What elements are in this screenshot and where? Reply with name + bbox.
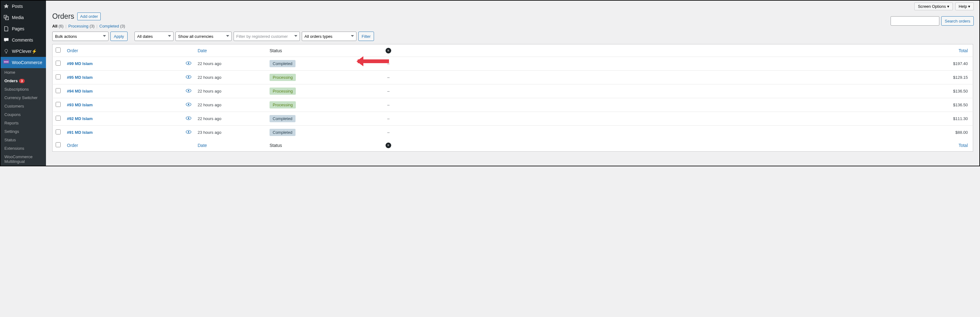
submenu-item-reports[interactable]: Reports: [1, 119, 46, 127]
search-orders-input[interactable]: [891, 16, 939, 25]
sidebar-item-pages[interactable]: Pages: [1, 23, 46, 34]
pin-icon: [3, 3, 10, 10]
eye-icon[interactable]: [186, 75, 191, 80]
eye-icon[interactable]: [186, 130, 191, 135]
apply-button[interactable]: Apply: [110, 32, 127, 41]
orders-table: Order Date Status ≡ Total #99 MD Islam22…: [52, 44, 973, 151]
submenu-item-woocommerce-multilingual[interactable]: WooCommerce Multilingual: [1, 153, 46, 166]
wpml-cell: –: [382, 84, 395, 98]
status-badge: Processing: [270, 74, 296, 81]
submenu-item-status[interactable]: Status: [1, 136, 46, 144]
submenu-item-extensions[interactable]: Extensions: [1, 144, 46, 153]
order-link[interactable]: #91 MD Islam: [67, 130, 92, 135]
add-order-button[interactable]: Add order: [77, 13, 101, 20]
svg-point-4: [188, 62, 189, 64]
status-badge: Completed: [270, 115, 296, 122]
column-date-footer[interactable]: Date: [197, 143, 207, 148]
order-date: 23 hours ago: [194, 126, 266, 139]
svg-point-12: [188, 118, 189, 119]
pages-icon: [3, 25, 10, 32]
order-date: 22 hours ago: [194, 57, 266, 71]
sidebar-item-comments[interactable]: Comments: [1, 34, 46, 46]
order-date: 22 hours ago: [194, 84, 266, 98]
column-order[interactable]: Order: [67, 48, 78, 53]
row-checkbox[interactable]: [56, 75, 60, 80]
admin-sidebar: PostsMediaPagesCommentsWPClever⚡wooWooCo…: [1, 1, 46, 166]
sidebar-item-label: Media: [12, 15, 24, 20]
dates-filter-select[interactable]: All dates: [134, 32, 173, 41]
column-order-footer[interactable]: Order: [67, 143, 78, 148]
submenu-item-settings[interactable]: Settings: [1, 127, 46, 136]
sidebar-item-label: WooCommerce: [12, 60, 42, 65]
submenu-item-currency-switcher[interactable]: Currency Switcher: [1, 94, 46, 102]
table-row[interactable]: #94 MD Islam22 hours agoProcessing–$136.…: [52, 84, 973, 98]
currencies-filter-select[interactable]: Show all currencies: [175, 32, 232, 41]
column-total-footer[interactable]: Total: [958, 143, 968, 148]
page-title: Orders: [52, 12, 74, 21]
wpml-cell: –: [382, 126, 395, 139]
eye-icon[interactable]: [186, 61, 191, 66]
sidebar-item-media[interactable]: Media: [1, 12, 46, 23]
order-link[interactable]: #94 MD Islam: [67, 89, 92, 94]
row-checkbox[interactable]: [56, 88, 60, 93]
select-all-checkbox-footer[interactable]: [56, 142, 60, 147]
order-total: $129.15: [395, 71, 973, 84]
customer-filter-select[interactable]: Filter by registered customer: [234, 32, 300, 41]
column-date[interactable]: Date: [197, 48, 207, 53]
column-status: Status: [270, 48, 282, 53]
svg-point-10: [188, 104, 189, 105]
table-row[interactable]: #92 MD Islam22 hours agoCompleted–$111.3…: [52, 112, 973, 126]
filter-all[interactable]: All: [52, 24, 57, 29]
table-row[interactable]: #93 MD Islam22 hours agoProcessing–$136.…: [52, 98, 973, 112]
submenu-item-home[interactable]: Home: [1, 68, 46, 76]
order-link[interactable]: #92 MD Islam: [67, 116, 92, 121]
woocommerce-submenu: HomeOrders3SubscriptionsCurrency Switche…: [1, 68, 46, 166]
order-total: $111.30: [395, 112, 973, 126]
order-date: 22 hours ago: [194, 112, 266, 126]
status-badge: Completed: [270, 129, 296, 136]
bulb-icon: [3, 48, 10, 54]
column-total[interactable]: Total: [958, 48, 968, 53]
svg-point-8: [188, 90, 189, 92]
submenu-item-coupons[interactable]: Coupons: [1, 110, 46, 119]
status-filter-links: All (6) | Processing (3) | Completed (3): [46, 24, 979, 32]
filter-button[interactable]: Filter: [358, 32, 374, 41]
wpml-cell: –: [382, 98, 395, 112]
row-checkbox[interactable]: [56, 129, 60, 134]
sidebar-item-posts[interactable]: Posts: [1, 1, 46, 12]
sidebar-item-label: Posts: [12, 4, 23, 9]
screen-options-button[interactable]: Screen Options ▾: [914, 3, 953, 10]
eye-icon[interactable]: [186, 102, 191, 107]
eye-icon[interactable]: [186, 89, 191, 94]
status-badge: Processing: [270, 101, 296, 108]
woo-icon: woo: [3, 59, 10, 66]
select-all-checkbox[interactable]: [56, 48, 60, 53]
help-button[interactable]: Help ▾: [955, 3, 974, 10]
column-status-footer: Status: [270, 143, 282, 148]
order-link[interactable]: #93 MD Islam: [67, 102, 92, 107]
eye-icon[interactable]: [186, 116, 191, 121]
filter-processing[interactable]: Processing: [68, 24, 89, 29]
media-icon: [3, 14, 10, 21]
order-total: $197.40: [395, 57, 973, 71]
table-row[interactable]: #95 MD Islam22 hours agoProcessing–$129.…: [52, 71, 973, 84]
submenu-item-customers[interactable]: Customers: [1, 102, 46, 110]
order-link[interactable]: #95 MD Islam: [67, 75, 92, 80]
svg-point-0: [5, 49, 8, 52]
order-link[interactable]: #99 MD Islam: [67, 61, 92, 66]
main-content: Screen Options ▾ Help ▾ Orders Add order…: [46, 1, 979, 166]
bulk-actions-select[interactable]: Bulk actions: [52, 32, 108, 41]
sidebar-item-wpclever-[interactable]: WPClever⚡: [1, 46, 46, 57]
submenu-item-subscriptions[interactable]: Subscriptions: [1, 85, 46, 94]
filter-completed[interactable]: Completed: [99, 24, 119, 29]
sidebar-item-woocommerce[interactable]: wooWooCommerce: [1, 57, 46, 68]
table-row[interactable]: #99 MD Islam22 hours agoCompleted–$197.4…: [52, 57, 973, 71]
row-checkbox[interactable]: [56, 102, 60, 107]
row-checkbox[interactable]: [56, 61, 60, 66]
search-orders-button[interactable]: Search orders: [941, 16, 974, 25]
submenu-item-orders[interactable]: Orders3: [1, 76, 46, 85]
table-row[interactable]: #91 MD Islam23 hours agoCompleted–$88.00: [52, 126, 973, 139]
wpml-cell: –: [382, 57, 395, 71]
row-checkbox[interactable]: [56, 116, 60, 121]
order-types-filter-select[interactable]: All orders types: [302, 32, 356, 41]
